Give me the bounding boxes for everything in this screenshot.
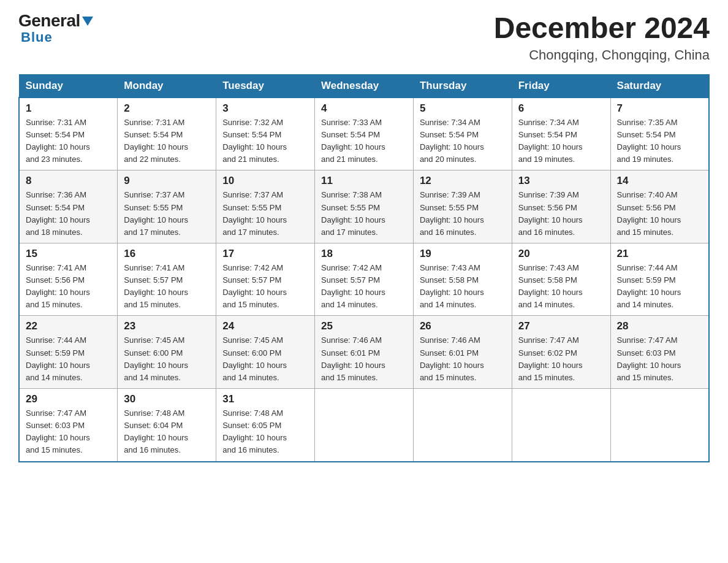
day-info: Sunrise: 7:41 AM Sunset: 5:57 PM Dayligh… — [124, 263, 188, 309]
day-number: 12 — [420, 175, 506, 187]
col-header-tuesday: Tuesday — [216, 74, 315, 98]
day-number: 14 — [617, 175, 702, 187]
table-row: 10 Sunrise: 7:37 AM Sunset: 5:55 PM Dayl… — [216, 170, 315, 243]
day-number: 26 — [420, 320, 506, 332]
logo: General Blue — [18, 12, 93, 45]
day-number: 2 — [124, 102, 210, 115]
calendar-table: Sunday Monday Tuesday Wednesday Thursday… — [18, 74, 710, 462]
logo-blue-text: Blue — [21, 29, 53, 45]
day-number: 24 — [222, 320, 308, 332]
day-number: 27 — [518, 320, 604, 332]
day-info: Sunrise: 7:32 AM Sunset: 5:54 PM Dayligh… — [222, 118, 287, 164]
day-info: Sunrise: 7:37 AM Sunset: 5:55 PM Dayligh… — [124, 190, 188, 236]
col-header-wednesday: Wednesday — [315, 74, 414, 98]
table-row: 24 Sunrise: 7:45 AM Sunset: 6:00 PM Dayl… — [216, 316, 315, 389]
day-info: Sunrise: 7:39 AM Sunset: 5:55 PM Dayligh… — [420, 190, 484, 236]
table-row: 19 Sunrise: 7:43 AM Sunset: 5:58 PM Dayl… — [413, 243, 512, 316]
day-number: 18 — [321, 248, 407, 260]
table-row — [315, 389, 414, 462]
calendar-week-2: 8 Sunrise: 7:36 AM Sunset: 5:54 PM Dayli… — [19, 170, 709, 243]
table-row: 2 Sunrise: 7:31 AM Sunset: 5:54 PM Dayli… — [118, 98, 216, 170]
day-info: Sunrise: 7:41 AM Sunset: 5:56 PM Dayligh… — [26, 263, 90, 309]
day-info: Sunrise: 7:44 AM Sunset: 5:59 PM Dayligh… — [617, 263, 681, 309]
table-row: 8 Sunrise: 7:36 AM Sunset: 5:54 PM Dayli… — [19, 170, 118, 243]
table-row: 29 Sunrise: 7:47 AM Sunset: 6:03 PM Dayl… — [19, 389, 118, 462]
col-header-saturday: Saturday — [610, 74, 709, 98]
day-number: 21 — [617, 248, 702, 260]
col-header-friday: Friday — [512, 74, 610, 98]
table-row — [512, 389, 610, 462]
day-info: Sunrise: 7:35 AM Sunset: 5:54 PM Dayligh… — [617, 118, 681, 164]
day-number: 3 — [222, 102, 308, 115]
table-row: 21 Sunrise: 7:44 AM Sunset: 5:59 PM Dayl… — [610, 243, 709, 316]
day-info: Sunrise: 7:48 AM Sunset: 6:04 PM Dayligh… — [124, 408, 188, 454]
day-info: Sunrise: 7:33 AM Sunset: 5:54 PM Dayligh… — [321, 118, 385, 164]
day-info: Sunrise: 7:44 AM Sunset: 5:59 PM Dayligh… — [26, 335, 90, 381]
table-row: 28 Sunrise: 7:47 AM Sunset: 6:03 PM Dayl… — [610, 316, 709, 389]
day-info: Sunrise: 7:31 AM Sunset: 5:54 PM Dayligh… — [26, 118, 90, 164]
day-info: Sunrise: 7:37 AM Sunset: 5:55 PM Dayligh… — [222, 190, 287, 236]
day-info: Sunrise: 7:40 AM Sunset: 5:56 PM Dayligh… — [617, 190, 681, 236]
table-row: 27 Sunrise: 7:47 AM Sunset: 6:02 PM Dayl… — [512, 316, 610, 389]
day-info: Sunrise: 7:47 AM Sunset: 6:02 PM Dayligh… — [518, 335, 583, 381]
table-row: 13 Sunrise: 7:39 AM Sunset: 5:56 PM Dayl… — [512, 170, 610, 243]
col-header-sunday: Sunday — [19, 74, 118, 98]
table-row: 3 Sunrise: 7:32 AM Sunset: 5:54 PM Dayli… — [216, 98, 315, 170]
logo-general-text: General — [18, 12, 93, 29]
day-info: Sunrise: 7:45 AM Sunset: 6:00 PM Dayligh… — [222, 335, 287, 381]
table-row: 7 Sunrise: 7:35 AM Sunset: 5:54 PM Dayli… — [610, 98, 709, 170]
table-row: 11 Sunrise: 7:38 AM Sunset: 5:55 PM Dayl… — [315, 170, 414, 243]
day-number: 23 — [124, 320, 210, 332]
table-row: 14 Sunrise: 7:40 AM Sunset: 5:56 PM Dayl… — [610, 170, 709, 243]
table-row: 20 Sunrise: 7:43 AM Sunset: 5:58 PM Dayl… — [512, 243, 610, 316]
day-number: 10 — [222, 175, 308, 187]
day-info: Sunrise: 7:36 AM Sunset: 5:54 PM Dayligh… — [26, 190, 90, 236]
table-row — [413, 389, 512, 462]
month-title: December 2024 — [494, 12, 710, 45]
day-info: Sunrise: 7:46 AM Sunset: 6:01 PM Dayligh… — [420, 335, 484, 381]
location-subtitle: Chongqing, Chongqing, China — [494, 47, 710, 63]
day-number: 4 — [321, 102, 407, 115]
calendar-header-row: Sunday Monday Tuesday Wednesday Thursday… — [19, 74, 709, 98]
col-header-thursday: Thursday — [413, 74, 512, 98]
table-row: 25 Sunrise: 7:46 AM Sunset: 6:01 PM Dayl… — [315, 316, 414, 389]
day-number: 6 — [518, 102, 604, 115]
day-number: 1 — [26, 102, 111, 115]
table-row: 12 Sunrise: 7:39 AM Sunset: 5:55 PM Dayl… — [413, 170, 512, 243]
day-number: 17 — [222, 248, 308, 260]
page-header: General Blue December 2024 Chongqing, Ch… — [18, 12, 710, 63]
day-number: 7 — [617, 102, 702, 115]
day-number: 15 — [26, 248, 111, 260]
day-info: Sunrise: 7:42 AM Sunset: 5:57 PM Dayligh… — [321, 263, 385, 309]
table-row: 9 Sunrise: 7:37 AM Sunset: 5:55 PM Dayli… — [118, 170, 216, 243]
day-number: 5 — [420, 102, 506, 115]
day-number: 29 — [26, 393, 111, 405]
day-number: 30 — [124, 393, 210, 405]
day-info: Sunrise: 7:43 AM Sunset: 5:58 PM Dayligh… — [420, 263, 484, 309]
day-info: Sunrise: 7:31 AM Sunset: 5:54 PM Dayligh… — [124, 118, 188, 164]
day-info: Sunrise: 7:47 AM Sunset: 6:03 PM Dayligh… — [617, 335, 681, 381]
day-number: 22 — [26, 320, 111, 332]
day-info: Sunrise: 7:46 AM Sunset: 6:01 PM Dayligh… — [321, 335, 385, 381]
day-number: 28 — [617, 320, 702, 332]
day-info: Sunrise: 7:34 AM Sunset: 5:54 PM Dayligh… — [518, 118, 583, 164]
day-info: Sunrise: 7:42 AM Sunset: 5:57 PM Dayligh… — [222, 263, 287, 309]
day-number: 19 — [420, 248, 506, 260]
day-number: 8 — [26, 175, 111, 187]
calendar-week-3: 15 Sunrise: 7:41 AM Sunset: 5:56 PM Dayl… — [19, 243, 709, 316]
table-row: 1 Sunrise: 7:31 AM Sunset: 5:54 PM Dayli… — [19, 98, 118, 170]
day-info: Sunrise: 7:39 AM Sunset: 5:56 PM Dayligh… — [518, 190, 583, 236]
day-number: 20 — [518, 248, 604, 260]
day-number: 31 — [222, 393, 308, 405]
col-header-monday: Monday — [118, 74, 216, 98]
day-number: 16 — [124, 248, 210, 260]
table-row: 31 Sunrise: 7:48 AM Sunset: 6:05 PM Dayl… — [216, 389, 315, 462]
day-info: Sunrise: 7:48 AM Sunset: 6:05 PM Dayligh… — [222, 408, 287, 454]
day-number: 25 — [321, 320, 407, 332]
table-row: 23 Sunrise: 7:45 AM Sunset: 6:00 PM Dayl… — [118, 316, 216, 389]
table-row: 30 Sunrise: 7:48 AM Sunset: 6:04 PM Dayl… — [118, 389, 216, 462]
day-info: Sunrise: 7:34 AM Sunset: 5:54 PM Dayligh… — [420, 118, 484, 164]
table-row: 4 Sunrise: 7:33 AM Sunset: 5:54 PM Dayli… — [315, 98, 414, 170]
table-row: 5 Sunrise: 7:34 AM Sunset: 5:54 PM Dayli… — [413, 98, 512, 170]
table-row: 22 Sunrise: 7:44 AM Sunset: 5:59 PM Dayl… — [19, 316, 118, 389]
